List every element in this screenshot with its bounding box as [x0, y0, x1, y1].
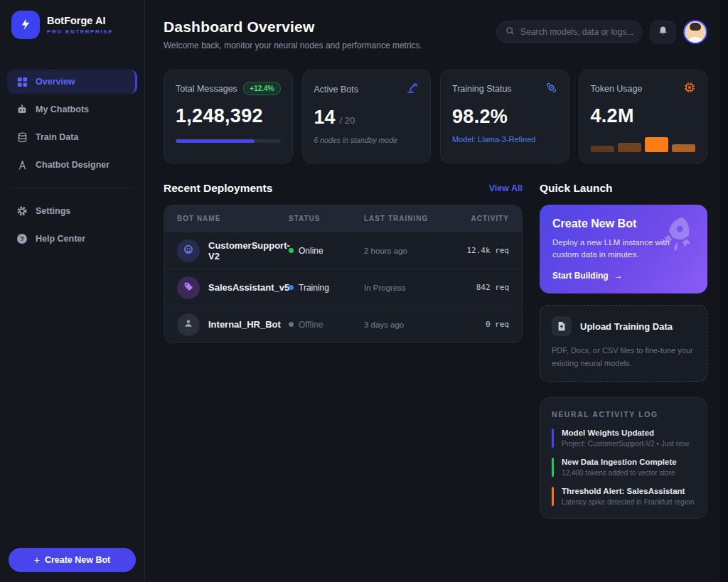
- log-entry-title: Threshold Alert: SalesAssistant: [562, 487, 694, 495]
- log-entry: Threshold Alert: SalesAssistant Latency …: [552, 487, 695, 506]
- last-training: 3 days ago: [364, 320, 451, 329]
- table-header: BOT NAME STATUS LAST TRAINING ACTIVITY: [164, 205, 522, 232]
- col-last-training: LAST TRAINING: [364, 215, 451, 222]
- status-badge: Offline: [289, 320, 364, 330]
- log-color-bar: [552, 458, 554, 477]
- avatar-hair: [690, 23, 701, 31]
- create-new-bot-button[interactable]: + Create New Bot: [9, 548, 136, 572]
- stat-value: 14: [314, 107, 336, 129]
- brand-tier: PRO ENTERPRISE: [47, 28, 113, 35]
- bot-avatar: [177, 276, 200, 299]
- pen-tool-icon: [16, 159, 28, 171]
- grid-icon: [16, 76, 28, 87]
- col-bot-name: BOT NAME: [177, 215, 289, 222]
- status-dot: [289, 322, 294, 327]
- sidebar-item-settings[interactable]: Settings: [7, 199, 137, 223]
- bot-avatar: [177, 313, 200, 336]
- stat-cards: Total Messages +12.4% 1,248,392 Active B…: [164, 70, 707, 163]
- database-icon: [16, 131, 28, 143]
- activity-count: 12.4k req: [451, 246, 509, 255]
- recent-deployments-section: Recent Deployments View All BOT NAME STA…: [164, 182, 523, 519]
- create-new-bot-label: Create New Bot: [45, 555, 110, 565]
- stat-label: Active Bots: [314, 85, 359, 95]
- user-icon: [183, 318, 193, 330]
- table-row[interactable]: CustomerSupport-V2 Online 2 hours ago 12…: [164, 232, 522, 269]
- bot-name: CustomerSupport-V2: [208, 240, 290, 262]
- search-input[interactable]: [520, 27, 633, 37]
- brand-logo: [11, 11, 40, 39]
- status-dot: [289, 285, 294, 290]
- arrow-right-icon: →: [614, 271, 623, 281]
- mini-bar: [672, 144, 695, 152]
- sidebar-item-my-chatbots[interactable]: My Chatbots: [7, 97, 137, 122]
- notifications-button[interactable]: [650, 21, 676, 44]
- sidebar-item-label: Settings: [36, 206, 70, 216]
- sidebar-item-overview[interactable]: Overview: [7, 70, 137, 94]
- stat-label: Training Status: [452, 84, 512, 94]
- stat-card-training-status: Training Status 98.2% Model: Llama-3-Ref…: [440, 70, 569, 163]
- search-box[interactable]: [496, 21, 643, 43]
- log-color-bar: [552, 429, 554, 448]
- growth-badge: +12.4%: [243, 82, 280, 95]
- tag-icon: [183, 281, 193, 293]
- start-building-link[interactable]: Start Building →: [552, 271, 695, 281]
- page-header: Dashboard Overview Welcome back, monitor…: [164, 18, 707, 50]
- stat-value: 1,248,392: [176, 105, 281, 127]
- sidebar-item-help-center[interactable]: ? Help Center: [7, 227, 137, 251]
- last-training: In Progress: [364, 284, 451, 292]
- upload-training-data-card[interactable]: Upload Training Data PDF, Docx, or CSV f…: [540, 305, 707, 381]
- activity-count: 842 req: [451, 283, 509, 292]
- stat-value: 4.2M: [591, 105, 696, 127]
- sidebar-item-label: Chatbot Designer: [36, 160, 109, 170]
- sidebar: BotForge AI PRO ENTERPRISE Overview My C…: [0, 0, 145, 582]
- table-row[interactable]: SalesAssistant_v5 Training In Progress 8…: [164, 269, 522, 306]
- sidebar-item-chatbot-designer[interactable]: Chatbot Designer: [7, 153, 137, 177]
- rocket-icon: [652, 209, 705, 263]
- quick-launch-title: Quick Launch: [540, 182, 707, 195]
- bell-icon: [658, 26, 668, 38]
- cpu-icon: [684, 82, 695, 95]
- view-all-link[interactable]: View All: [489, 183, 523, 193]
- user-avatar[interactable]: [683, 20, 707, 44]
- stat-model-note: Model: Llama-3-Refined: [452, 135, 557, 144]
- neural-activity-log: NEURAL ACTIVITY LOG Model Weights Update…: [540, 397, 707, 519]
- brand: BotForge AI PRO ENTERPRISE: [0, 0, 144, 50]
- col-status: STATUS: [289, 215, 364, 222]
- page-subtitle: Welcome back, monitor your neural nodes …: [164, 41, 422, 50]
- col-activity: ACTIVITY: [451, 215, 509, 222]
- messages-progress-fill: [176, 139, 255, 143]
- mini-bar: [618, 143, 641, 152]
- log-entry-detail: 12,400 tokens added to vector store: [562, 469, 677, 477]
- stat-note: 6 nodes in standby mode: [314, 136, 419, 144]
- sidebar-divider: [11, 188, 133, 188]
- sidebar-item-label: My Chatbots: [36, 104, 89, 114]
- status-badge: Online: [289, 246, 364, 256]
- deployments-table: BOT NAME STATUS LAST TRAINING ACTIVITY C…: [164, 205, 523, 343]
- plus-icon: +: [34, 554, 40, 566]
- log-entry-title: New Data Ingestion Complete: [562, 458, 677, 466]
- stat-card-active-bots: Active Bots 14 / 20 6 nodes in standby m…: [302, 70, 432, 163]
- sidebar-item-label: Overview: [36, 77, 75, 87]
- stat-card-token-usage: Token Usage 4.2M: [579, 70, 708, 163]
- bot-avatar: [177, 239, 200, 262]
- token-usage-mini-chart: [591, 136, 696, 152]
- table-row[interactable]: Internal_HR_Bot Offline 3 days ago 0 req: [164, 306, 522, 343]
- help-icon: ?: [16, 233, 28, 244]
- activity-count: 0 req: [451, 320, 509, 329]
- search-icon: [505, 26, 515, 38]
- stat-suffix: / 20: [340, 115, 355, 126]
- log-entry: Model Weights Updated Project: CustomerS…: [552, 429, 695, 448]
- main-content: Dashboard Overview Welcome back, monitor…: [145, 0, 720, 582]
- stat-value: 98.2%: [452, 106, 557, 128]
- mini-bar: [645, 137, 668, 152]
- stat-card-total-messages: Total Messages +12.4% 1,248,392: [164, 70, 293, 163]
- messages-progress-track: [176, 139, 281, 143]
- file-upload-icon: [552, 316, 572, 336]
- scrollbar-track[interactable]: [720, 0, 728, 582]
- training-sync-icon: [545, 82, 557, 96]
- sidebar-item-label: Help Center: [36, 234, 85, 244]
- create-new-bot-card[interactable]: Create New Bot Deploy a new LLM instance…: [540, 205, 707, 293]
- sidebar-item-train-data[interactable]: Train Data: [7, 125, 137, 149]
- lightning-bolt-icon: [19, 18, 32, 33]
- robot-icon: [16, 104, 28, 115]
